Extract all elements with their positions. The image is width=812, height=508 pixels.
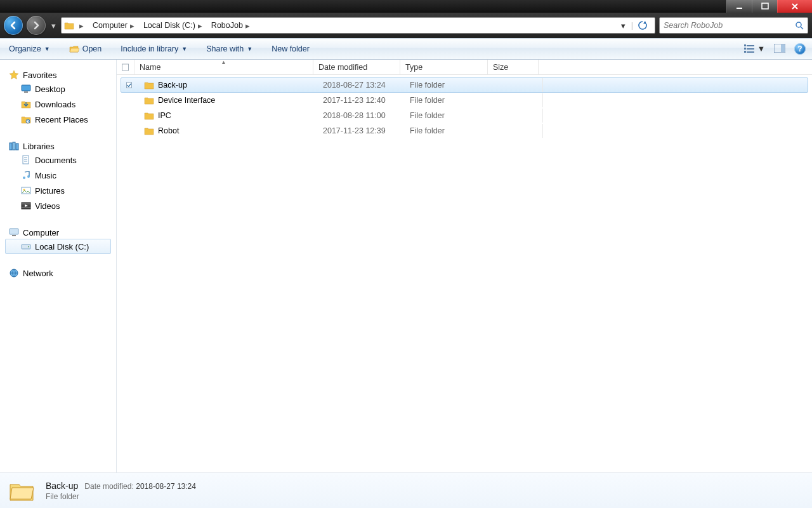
details-type: File folder	[46, 492, 196, 501]
column-header-checkbox[interactable]	[117, 60, 134, 74]
nav-pictures[interactable]: Pictures	[5, 183, 114, 198]
window-maximize-button[interactable]	[752, 0, 777, 13]
file-row[interactable]: Back-up2018-08-27 13:24File folder	[121, 77, 808, 93]
search-icon	[795, 21, 804, 30]
file-type: File folder	[405, 109, 492, 123]
open-folder-icon	[69, 44, 79, 54]
details-pane: Back-up Date modified: 2018-08-27 13:24 …	[0, 472, 812, 508]
address-row: ▾ ▸ Computer▸ Local Disk (C:)▸ RoboJob▸ …	[0, 13, 812, 38]
view-icon	[744, 44, 756, 53]
breadcrumb-item[interactable]: Computer▸	[89, 18, 138, 32]
include-in-library-menu[interactable]: Include in library▼	[118, 39, 190, 59]
nav-favorites-header[interactable]: Favorites	[5, 69, 114, 81]
column-header-name[interactable]: ▲ Name	[134, 60, 313, 74]
checkbox-icon[interactable]	[126, 81, 132, 89]
svg-rect-0	[737, 8, 742, 9]
nav-network-header[interactable]: Network	[5, 267, 114, 279]
file-type: File folder	[405, 78, 492, 92]
nav-computer-header[interactable]: Computer	[5, 226, 114, 239]
nav-music[interactable]: Music	[5, 168, 114, 183]
file-list-pane: ▲ Name Date modified Type Size Back-up20…	[117, 60, 812, 472]
nav-downloads[interactable]: Downloads	[5, 97, 114, 112]
share-with-menu[interactable]: Share with▼	[204, 39, 255, 59]
nav-history-dropdown[interactable]: ▾	[49, 17, 57, 34]
column-header-type[interactable]: Type	[400, 60, 488, 74]
sort-ascending-icon: ▲	[221, 59, 226, 65]
file-row[interactable]: Robot2017-11-23 12:39File folder	[121, 123, 808, 138]
svg-rect-1	[762, 3, 768, 9]
organize-menu[interactable]: Organize▼	[6, 39, 53, 59]
preview-pane-icon	[774, 44, 785, 53]
svg-rect-8	[744, 51, 746, 53]
recent-places-icon	[21, 114, 31, 124]
svg-rect-4	[747, 48, 754, 50]
refresh-icon[interactable]	[637, 20, 648, 31]
column-header-size[interactable]: Size	[488, 60, 539, 74]
svg-rect-10	[781, 44, 785, 52]
checkbox-icon	[122, 64, 129, 71]
details-date-value: 2018-08-27 13:24	[136, 482, 196, 491]
address-bar[interactable]: ▸ Computer▸ Local Disk (C:)▸ RoboJob▸ ▾ …	[61, 17, 655, 34]
file-size	[492, 109, 543, 123]
file-row[interactable]: IPC2018-08-28 11:00File folder	[121, 108, 808, 123]
svg-rect-28	[122, 64, 128, 70]
file-date: 2017-11-23 12:40	[318, 93, 405, 107]
details-name: Back-up	[46, 481, 78, 491]
nav-documents[interactable]: Documents	[5, 152, 114, 168]
help-button[interactable]: ?	[794, 43, 806, 55]
nav-forward-button[interactable]	[27, 16, 46, 35]
pictures-icon	[21, 185, 31, 196]
svg-rect-15	[13, 142, 15, 150]
nav-recent-places[interactable]: Recent Places	[5, 112, 114, 127]
breadcrumb-chevron[interactable]: ▸	[75, 18, 88, 32]
open-button[interactable]: Open	[67, 39, 105, 59]
file-type: File folder	[405, 124, 492, 138]
computer-icon	[9, 227, 19, 237]
command-bar: Organize▼ Open Include in library▼ Share…	[0, 38, 812, 60]
downloads-icon	[21, 99, 31, 109]
videos-icon	[21, 201, 31, 211]
nav-libraries-header[interactable]: Libraries	[5, 140, 114, 152]
svg-rect-5	[747, 51, 754, 53]
breadcrumb-item[interactable]: RoboJob▸	[207, 18, 254, 32]
breadcrumb-item[interactable]: Local Disk (C:)▸	[140, 18, 206, 32]
nav-videos[interactable]: Videos	[5, 198, 114, 213]
folder-icon	[8, 477, 36, 505]
svg-rect-16	[16, 144, 18, 150]
column-header-date[interactable]: Date modified	[313, 60, 400, 74]
folder-icon	[144, 126, 154, 136]
folder-icon	[144, 80, 154, 90]
folder-icon	[144, 110, 154, 121]
navigation-pane: Favorites Desktop Downloads Recent Place…	[0, 60, 117, 472]
new-folder-button[interactable]: New folder	[269, 39, 312, 59]
file-date: 2018-08-27 13:24	[318, 78, 405, 92]
file-rows: Back-up2018-08-27 13:24File folderDevice…	[117, 75, 812, 141]
svg-rect-23	[10, 229, 18, 234]
file-date: 2017-11-23 12:39	[318, 124, 405, 138]
file-row[interactable]: Device Interface2017-11-23 12:40File fol…	[121, 93, 808, 108]
desktop-icon	[21, 84, 31, 94]
view-options-button[interactable]: ▼	[744, 44, 765, 53]
nav-desktop[interactable]: Desktop	[5, 81, 114, 97]
svg-rect-11	[22, 85, 30, 91]
file-name: IPC	[158, 111, 171, 120]
search-box[interactable]	[659, 17, 808, 34]
address-dropdown-icon[interactable]: ▾	[620, 21, 627, 30]
svg-rect-14	[10, 143, 12, 150]
search-input[interactable]	[664, 21, 795, 30]
window-close-button[interactable]	[777, 0, 812, 13]
file-type: File folder	[405, 93, 492, 107]
svg-rect-6	[744, 44, 746, 46]
file-name: Back-up	[158, 81, 187, 90]
nav-local-disk-c[interactable]: Local Disk (C:)	[5, 239, 111, 254]
svg-rect-3	[747, 45, 754, 46]
preview-pane-button[interactable]	[774, 44, 785, 55]
svg-rect-7	[744, 48, 746, 50]
window-titlebar	[0, 0, 812, 13]
music-icon	[21, 170, 31, 180]
window-minimize-button[interactable]	[726, 0, 752, 13]
details-date-label: Date modified:	[84, 482, 133, 491]
nav-back-button[interactable]	[4, 16, 23, 35]
file-name: Robot	[158, 126, 179, 135]
svg-rect-24	[12, 235, 16, 236]
